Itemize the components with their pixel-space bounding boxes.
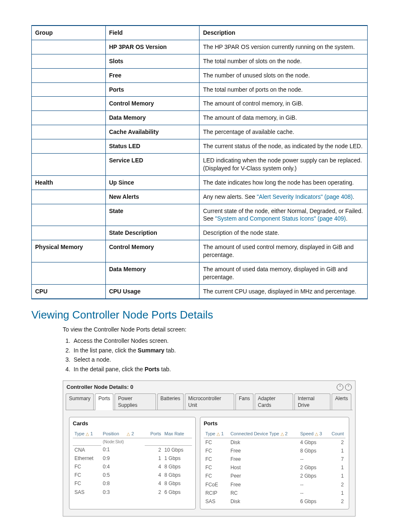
desc-cell: The current CPU usage, displayed in MHz … (200, 284, 368, 298)
field-cell: Ports (105, 82, 200, 97)
group-cell (32, 40, 106, 54)
group-cell (32, 226, 106, 240)
doc-link[interactable]: "System and Component Status Icons" (pag… (215, 215, 346, 222)
sort-icon: △ (127, 432, 130, 436)
desc-cell: The HP 3PAR OS version currently running… (200, 40, 368, 54)
table-row[interactable]: FCoEFree--2 (204, 481, 345, 489)
table-row[interactable]: SAS0:326 Gbps (73, 488, 192, 496)
group-cell (32, 68, 106, 82)
tab-microcontroller-unit[interactable]: Microcontroller Unit (185, 393, 234, 410)
table-row[interactable]: FCPeer2 Gbps1 (204, 472, 345, 480)
section-heading: Viewing Controller Node Ports Details (31, 308, 368, 322)
field-cell: Data Memory (105, 262, 200, 285)
tab-ports[interactable]: Ports (95, 393, 113, 410)
table-row[interactable]: FCFree8 Gbps1 (204, 447, 345, 455)
group-cell (32, 204, 106, 226)
table-row[interactable]: SASDisk6 Gbps2 (204, 497, 345, 506)
collapse-up-icon[interactable]: ˄ (337, 384, 343, 391)
step-item: In the list pane, click the Summary tab. (72, 346, 368, 355)
tab-internal-drive[interactable]: Internal Drive (294, 393, 330, 410)
desc-cell: The percentage of available cache. (200, 125, 368, 139)
table-row[interactable]: Ethernet0:911 Gbps (73, 454, 192, 463)
controller-node-details-panel: Controller Node Details: 0 ˄ ˅ SummaryPo… (63, 380, 356, 517)
field-cell: Free (105, 68, 200, 82)
cards-col-type[interactable]: Type △ 1 (73, 430, 101, 438)
cards-panel-title: Cards (73, 420, 192, 427)
table-row[interactable]: FC0:848 Gbps (73, 479, 192, 488)
field-cell: State Description (105, 226, 200, 240)
reference-table: Group Field Description HP 3PAR OS Versi… (31, 25, 368, 299)
cards-col-ports[interactable]: Ports (145, 430, 163, 438)
desc-cell: The amount of control memory, in GiB. (200, 97, 368, 111)
cards-col-position[interactable]: Position △ 2 (101, 430, 145, 438)
table-row[interactable]: FC0:448 Gbps (73, 463, 192, 471)
table-row[interactable]: FCHost2 Gbps1 (204, 463, 345, 472)
table-row[interactable]: FC0:548 Gbps (73, 471, 192, 479)
sort-icon: △ (315, 432, 318, 436)
desc-cell: The amount of data memory, in GiB. (200, 111, 368, 125)
ports-panel: Ports Type △ 1 Connected Device Type △ 2… (200, 417, 349, 509)
collapse-down-icon[interactable]: ˅ (345, 384, 352, 391)
cards-table: Type △ 1 Position △ 2 Ports Max Rate (No… (73, 430, 192, 496)
desc-cell: The amount of used data memory, displaye… (200, 262, 368, 285)
ports-col-cdt[interactable]: Connected Device Type △ 2 (229, 430, 299, 438)
step-item: Access the Controller Nodes screen. (72, 336, 368, 346)
field-cell: Status LED (105, 139, 200, 154)
group-cell (32, 154, 106, 176)
group-cell (32, 82, 106, 97)
col-group: Group (32, 26, 106, 40)
field-cell: HP 3PAR OS Version (105, 40, 200, 54)
ports-table: Type △ 1 Connected Device Type △ 2 Speed… (204, 430, 345, 506)
field-cell: Cache Availability (105, 125, 200, 139)
field-cell: Slots (105, 54, 200, 68)
group-cell (32, 125, 106, 139)
desc-cell: The current status of the node, as indic… (200, 139, 368, 154)
group-cell (32, 54, 106, 68)
tab-batteries[interactable]: Batteries (157, 393, 184, 410)
ports-col-speed[interactable]: Speed △ 3 (299, 430, 327, 438)
ports-col-count[interactable]: Count (327, 430, 345, 438)
detail-tabstrip: SummaryPortsPower SuppliesBatteriesMicro… (66, 393, 353, 410)
tab-summary[interactable]: Summary (66, 393, 94, 410)
panel-title: Controller Node Details: 0 (66, 383, 133, 391)
desc-cell: The total number of slots on the node. (200, 54, 368, 68)
tab-fans[interactable]: Fans (235, 393, 253, 410)
field-cell: State (105, 204, 200, 226)
tab-alerts[interactable]: Alerts (332, 393, 351, 410)
sort-icon: △ (86, 432, 89, 436)
desc-cell: The amount of used control memory, displ… (200, 240, 368, 262)
sort-icon: △ (281, 432, 284, 436)
field-cell: Up Since (105, 175, 200, 190)
desc-cell: Any new alerts. See "Alert Severity Indi… (200, 190, 368, 204)
col-field: Field (105, 26, 200, 40)
step-item: Select a node. (72, 355, 368, 365)
desc-cell: LED indicating when the node power suppl… (200, 154, 368, 176)
doc-link[interactable]: "Alert Severity Indicators" (page 408) (257, 193, 353, 200)
group-cell (32, 139, 106, 154)
cards-col-position-sub: (Node:Slot) (101, 438, 145, 445)
instruction-steps: Access the Controller Nodes screen.In th… (63, 336, 368, 375)
sort-icon: △ (217, 432, 220, 436)
cards-col-rate[interactable]: Max Rate (163, 430, 192, 438)
desc-cell: Description of the node state. (200, 226, 368, 240)
desc-cell: The number of unused slots on the node. (200, 68, 368, 82)
intro-text: To view the Controller Node Ports detail… (63, 326, 368, 334)
table-row[interactable]: FCFree--7 (204, 455, 345, 463)
cards-panel: Cards Type △ 1 Position △ 2 Ports Max Ra… (69, 417, 196, 509)
field-cell: Control Memory (105, 97, 200, 111)
tab-adapter-cards[interactable]: Adapter Cards (255, 393, 293, 410)
group-cell (32, 190, 106, 204)
table-row[interactable]: CNA0:1210 Gbps (73, 445, 192, 454)
group-cell (32, 262, 106, 285)
group-cell: CPU (32, 284, 106, 298)
ports-panel-title: Ports (204, 420, 345, 427)
table-row[interactable]: RCIPRC--1 (204, 489, 345, 497)
group-cell (32, 97, 106, 111)
field-cell: Service LED (105, 154, 200, 176)
table-row[interactable]: FCDisk4 Gbps2 (204, 438, 345, 447)
ports-col-type[interactable]: Type △ 1 (204, 430, 229, 438)
tab-power-supplies[interactable]: Power Supplies (115, 393, 156, 410)
group-cell: Physical Memory (32, 240, 106, 262)
desc-cell: Current state of the node, either Normal… (200, 204, 368, 226)
field-cell: Control Memory (105, 240, 200, 262)
